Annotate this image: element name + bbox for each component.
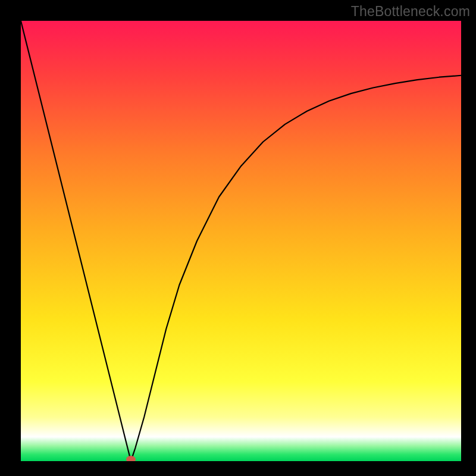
chart-frame: TheBottleneck.com: [0, 0, 476, 476]
plot-area: [21, 21, 461, 461]
watermark-text: TheBottleneck.com: [351, 4, 470, 20]
chart-svg: [21, 21, 461, 461]
gradient-background: [21, 21, 461, 461]
